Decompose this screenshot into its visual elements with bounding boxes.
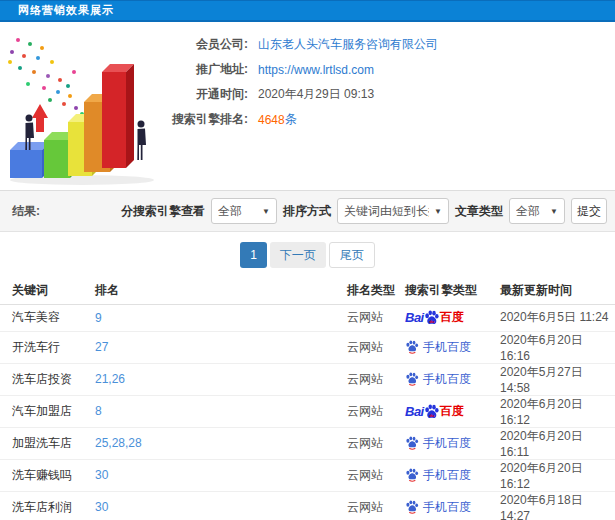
rank-cell[interactable]: 27 — [95, 331, 347, 363]
updated-cell: 2020年6月20日 16:12 — [500, 395, 615, 427]
updated-cell: 2020年6月20日 16:11 — [500, 427, 615, 459]
member-info-list: 会员公司: 山东老人头汽车服务咨询有限公司 推广地址: https://www.… — [170, 32, 438, 132]
updated-cell: 2020年5月27日 14:58 — [500, 363, 615, 395]
results-table-body: 汽车美容 9 云网站 Bai du 百度 2020年6月5日 11:24 开洗车… — [0, 304, 615, 520]
page-last-button[interactable]: 尾页 — [329, 242, 375, 268]
sort-filter-label: 排序方式 — [283, 203, 331, 220]
header-engine-type: 搜索引擎类型 — [405, 278, 500, 304]
info-row-url: 推广地址: https://www.lrtlsd.com — [170, 57, 438, 82]
up-arrow — [32, 104, 48, 132]
bar-red — [102, 64, 134, 168]
baidu-pc-logo: Bai du 百度 — [405, 403, 500, 420]
baidu-paw-icon: du — [424, 404, 439, 419]
baidu-mobile-logo: 手机百度 — [405, 339, 500, 356]
results-table: 关键词 排名 排名类型 搜索引擎类型 最新更新时间 汽车美容 9 云网站 Bai… — [0, 278, 615, 520]
page-header: 网络营销效果展示 — [0, 0, 615, 22]
open-time-label: 开通时间: — [170, 86, 248, 103]
baidu-latin-text: Bai — [405, 310, 424, 325]
baidu-pc-logo: Bai du 百度 — [405, 309, 500, 326]
rank-cell[interactable]: 30 — [95, 459, 347, 491]
chevron-down-icon: ▼ — [434, 207, 442, 216]
keyword-cell: 汽车美容 — [0, 304, 95, 331]
rank-cell[interactable]: 21,26 — [95, 363, 347, 395]
header-keyword: 关键词 — [0, 278, 95, 304]
article-type-label: 文章类型 — [455, 203, 503, 220]
info-row-company: 会员公司: 山东老人头汽车服务咨询有限公司 — [170, 32, 438, 57]
rank-type-cell: 云网站 — [347, 304, 405, 331]
table-row: 汽车美容 9 云网站 Bai du 百度 2020年6月5日 11:24 — [0, 304, 615, 331]
header-rank-type: 排名类型 — [347, 278, 405, 304]
rank-count-label: 搜索引擎排名: — [170, 111, 248, 128]
baidu-mobile-logo: 手机百度 — [405, 499, 500, 516]
baidu-cn-text: 百度 — [440, 309, 464, 326]
baidu-cn-text: 百度 — [440, 403, 464, 420]
baidu-mobile-logo: 手机百度 — [405, 371, 500, 388]
baidu-paw-icon: du — [424, 310, 439, 325]
updated-cell: 2020年6月20日 16:16 — [500, 331, 615, 363]
article-type-value: 全部 — [516, 203, 545, 220]
baidu-mobile-label: 手机百度 — [423, 499, 471, 516]
rank-type-cell: 云网站 — [347, 459, 405, 491]
filter-controls: 分搜索引擎查看 全部 ▼ 排序方式 关键词由短到长排序 ▼ 文章类型 全部 ▼ … — [121, 198, 607, 224]
updated-cell: 2020年6月5日 11:24 — [500, 304, 615, 331]
header-rank: 排名 — [95, 278, 347, 304]
engine-cell: 手机百度 — [405, 363, 500, 395]
info-row-rank-count: 搜索引擎排名: 4648 条 — [170, 107, 438, 132]
chevron-down-icon: ▼ — [550, 207, 558, 216]
baidu-mobile-paw-icon — [405, 340, 419, 354]
company-name-link[interactable]: 山东老人头汽车服务咨询有限公司 — [258, 36, 438, 53]
page-next-button[interactable]: 下一页 — [270, 242, 326, 268]
svg-text:du: du — [429, 412, 435, 417]
header-updated: 最新更新时间 — [500, 278, 615, 304]
table-row: 汽车加盟店 8 云网站 Bai du 百度 2020年6月20日 16:12 — [0, 395, 615, 427]
keyword-cell: 洗车店利润 — [0, 491, 95, 520]
baidu-mobile-paw-icon — [405, 500, 419, 514]
updated-cell: 2020年6月18日 14:27 — [500, 491, 615, 520]
rank-cell[interactable]: 25,28,28 — [95, 427, 347, 459]
company-label: 会员公司: — [170, 36, 248, 53]
keyword-cell: 开洗车行 — [0, 331, 95, 363]
promo-url-label: 推广地址: — [170, 61, 248, 78]
sort-filter-value: 关键词由短到长排序 — [344, 203, 429, 220]
baidu-latin-text: Bai — [405, 404, 424, 419]
table-row: 开洗车行 27 云网站 手机百度 2020年6月20日 16:16 — [0, 331, 615, 363]
page-current[interactable]: 1 — [240, 242, 267, 268]
svg-text:du: du — [429, 319, 435, 324]
table-row: 加盟洗车店 25,28,28 云网站 手机百度 2020年6月20日 16:11 — [0, 427, 615, 459]
table-row: 洗车店利润 30 云网站 手机百度 2020年6月18日 14:27 — [0, 491, 615, 520]
baidu-mobile-label: 手机百度 — [423, 435, 471, 452]
baidu-mobile-paw-icon — [405, 436, 419, 450]
rank-type-cell: 云网站 — [347, 427, 405, 459]
rank-type-cell: 云网站 — [347, 363, 405, 395]
promo-url-link[interactable]: https://www.lrtlsd.com — [258, 63, 374, 77]
sort-filter-select[interactable]: 关键词由短到长排序 ▼ — [337, 198, 449, 224]
rank-cell[interactable]: 30 — [95, 491, 347, 520]
rank-type-cell: 云网站 — [347, 331, 405, 363]
engine-cell: 手机百度 — [405, 331, 500, 363]
open-time-value: 2020年4月29日 09:13 — [258, 86, 374, 103]
rank-count-value: 4648 — [258, 113, 285, 127]
submit-button[interactable]: 提交 — [571, 198, 607, 224]
rank-cell[interactable]: 8 — [95, 395, 347, 427]
result-label: 结果: — [12, 203, 40, 220]
keyword-cell: 洗车店投资 — [0, 363, 95, 395]
baidu-mobile-label: 手机百度 — [423, 467, 471, 484]
results-table-header: 关键词 排名 排名类型 搜索引擎类型 最新更新时间 — [0, 278, 615, 304]
baidu-mobile-logo: 手机百度 — [405, 467, 500, 484]
page-title: 网络营销效果展示 — [0, 3, 114, 18]
rank-cell[interactable]: 9 — [95, 304, 347, 331]
article-type-select[interactable]: 全部 ▼ — [509, 198, 565, 224]
engine-filter-select[interactable]: 全部 ▼ — [211, 198, 277, 224]
confetti-dots — [8, 38, 84, 116]
engine-filter-value: 全部 — [218, 203, 257, 220]
updated-cell: 2020年6月20日 16:12 — [500, 459, 615, 491]
pagination: 1 下一页 尾页 — [0, 232, 615, 278]
engine-cell: 手机百度 — [405, 491, 500, 520]
filter-bar: 结果: 分搜索引擎查看 全部 ▼ 排序方式 关键词由短到长排序 ▼ 文章类型 全… — [0, 190, 615, 232]
baidu-mobile-label: 手机百度 — [423, 339, 471, 356]
baidu-mobile-label: 手机百度 — [423, 371, 471, 388]
info-row-open-time: 开通时间: 2020年4月29日 09:13 — [170, 82, 438, 107]
rank-count-suffix: 条 — [285, 111, 297, 128]
engine-filter-label: 分搜索引擎查看 — [121, 203, 205, 220]
rank-type-cell: 云网站 — [347, 491, 405, 520]
